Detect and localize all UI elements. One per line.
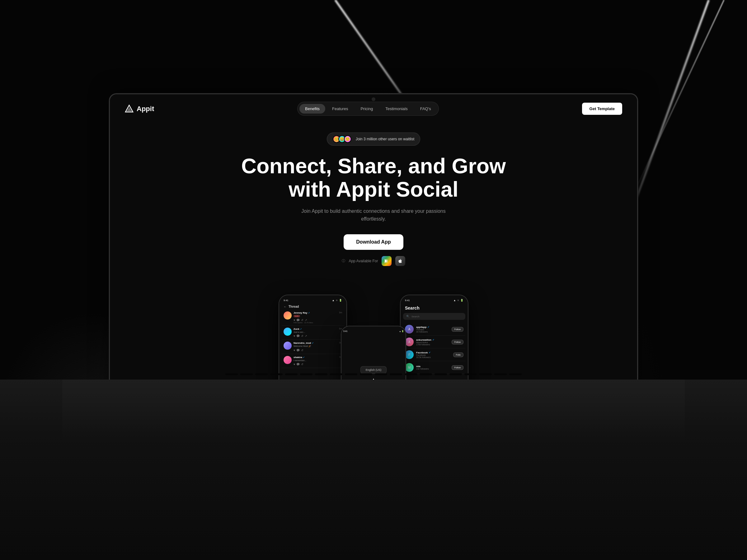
thread-name-4: shakira ✓ (293, 356, 337, 359)
result-followers-1: 30 followers (416, 331, 449, 333)
search-result-4: M mia 21k followers Follow (403, 361, 465, 374)
repost-icon: ↺ (301, 319, 304, 322)
status-bar-left: 9:41 ▲ ◾ 🔋 (282, 298, 344, 304)
search-result-3: F Facebook ✓ Facebook 30.5k followers (403, 348, 465, 361)
result-name-1: appitapp ✓ (416, 326, 449, 328)
time-left: 9:41 (284, 299, 288, 302)
result-info-3: Facebook ✓ Facebook 30.5k followers (416, 351, 451, 358)
apple-store-icon[interactable] (395, 256, 405, 266)
nav-links: Benefits Features Pricing Testimonials F… (297, 102, 439, 116)
vent-hole (464, 373, 477, 375)
search-header: Search (403, 304, 465, 313)
vent-hole (300, 373, 312, 375)
thread-item-4: shakira ✓ I remember... ♥ 💬 ↺ 3m (282, 354, 344, 368)
time-right: 9:41 (405, 299, 410, 302)
share-icon-2: ↗ (305, 335, 307, 338)
result-followers-3: 30.5k followers (416, 356, 451, 358)
comment-icon: 💬 (296, 319, 300, 322)
thread-actions-1: ♥ 💬 ↺ ↗ (293, 319, 337, 322)
google-play-icon[interactable] (382, 256, 391, 266)
time-center: 9:41 (343, 330, 348, 332)
website: Appit Benefits Features Pricing Testimon… (110, 94, 637, 425)
follow-btn-3[interactable]: Follo (453, 352, 463, 357)
app-stores: ⓘ App Available For (342, 256, 406, 266)
nav-link-faqs[interactable]: FAQ's (415, 104, 437, 113)
get-template-button[interactable]: Get Template (582, 103, 622, 115)
comment-icon-4: 💬 (296, 363, 300, 366)
thread-actions-3: ♥ 💬 ↺ (293, 349, 337, 352)
search-result-1: A appitapp ✓ Threads 30 followers Fo (403, 323, 465, 336)
heart-icon-4: ♥ (293, 363, 295, 366)
share-icon: ↗ (305, 319, 307, 322)
thread-avatar-2 (284, 328, 292, 336)
heart-icon-3: ♥ (293, 349, 295, 352)
available-for-text: App Available For (349, 259, 378, 263)
vent-hole (315, 373, 328, 375)
status-bar-center: 9:41 ▲ 🔋 (341, 329, 406, 334)
thread-name-3: Narendra_mod ✓ (293, 342, 337, 344)
result-info-4: mia 21k followers (416, 365, 449, 370)
thread-content-4: shakira ✓ I remember... ♥ 💬 ↺ (293, 356, 337, 366)
nav-link-testimonials[interactable]: Testimonials (380, 104, 413, 113)
search-placeholder: Search (411, 315, 419, 318)
thread-item-2: Zuck ✓ Just a sec... ♥ 💬 ↺ ↗ 5 (282, 326, 344, 340)
result-name-3: Facebook ✓ (416, 351, 451, 354)
thread-text-2: Just a sec... (293, 331, 337, 333)
vent-hole (240, 373, 253, 375)
hero-title-line2: with Appit Social (288, 177, 458, 201)
badge-text: Join 3 million other users on waitlist (356, 137, 415, 141)
badge-avatars: 😊 😄 🙂 (333, 135, 350, 143)
thread-item-3: Narendra_mod ✓ Welcome Modi 🎉 ♥ 💬 ↺ 3m (282, 340, 344, 354)
table-reflection (62, 379, 685, 442)
thread-avatar-3 (284, 342, 292, 350)
thread-avatar-4 (284, 356, 292, 364)
vent-hole (405, 373, 417, 375)
logo-text: Appit (137, 105, 154, 113)
waitlist-badge: 😊 😄 🙂 Join 3 million other users on wait… (327, 133, 420, 145)
thread-item-1: Jenney Ray ✓ hello ♥ 💬 ↺ ↗ 548 replies ·… (282, 310, 344, 326)
vent-hole (225, 373, 238, 375)
thread-tag-1: hello (293, 315, 300, 317)
hero-title-line1: Connect, Share, and Grow (241, 154, 506, 178)
thread-stats-1: 548 replies · 13.7k likes (293, 322, 337, 324)
result-followers-2: 170k followers (416, 344, 449, 346)
vent-hole (360, 373, 372, 375)
vent-hole (255, 373, 268, 375)
status-bar-right: 9:41 ▲ ◾ 🔋 (403, 298, 465, 304)
hero-section: 😊 😄 🙂 Join 3 million other users on wait… (110, 123, 637, 278)
thread-content-3: Narendra_mod ✓ Welcome Modi 🎉 ♥ 💬 ↺ (293, 342, 337, 352)
result-sub-2: About Ankur (416, 341, 449, 344)
thread-time-1: 3m (339, 312, 342, 324)
result-avatar-3: F (405, 350, 414, 359)
download-app-button[interactable]: Download App (344, 234, 403, 250)
search-input-bar[interactable]: 🔍 Search (403, 313, 465, 320)
thread-text-4: I remember... (293, 359, 337, 362)
vent-holes (225, 373, 522, 375)
thread-name-2: Zuck ✓ (293, 328, 337, 330)
thread-actions-2: ♥ 💬 ↺ ↗ (293, 335, 337, 338)
follow-btn-1[interactable]: Follow (452, 327, 463, 331)
result-sub-1: Threads (416, 328, 449, 331)
follow-btn-2[interactable]: Follow (452, 340, 463, 344)
signal-icons-right: ▲ ◾ 🔋 (454, 299, 463, 302)
nav-link-pricing[interactable]: Pricing (355, 104, 379, 113)
signal-icons-left: ▲ ◾ 🔋 (332, 299, 342, 302)
nav-link-benefits[interactable]: Benefits (300, 104, 325, 113)
language-selector[interactable]: English (US) (360, 366, 387, 374)
logo: Appit (125, 105, 154, 113)
logo-icon (125, 105, 133, 113)
verified-2: ✓ (432, 339, 435, 341)
vent-hole (330, 373, 342, 375)
available-for-icon: ⓘ (342, 259, 345, 263)
thread-avatar-1 (284, 312, 292, 320)
vent-hole (479, 373, 492, 375)
result-info-1: appitapp ✓ Threads 30 followers (416, 326, 449, 333)
repost-icon-3: ↺ (301, 349, 304, 352)
nav-link-features[interactable]: Features (327, 104, 354, 113)
search-icon: 🔍 (406, 315, 410, 318)
follow-btn-4[interactable]: Follow (452, 365, 463, 370)
vent-hole (494, 373, 507, 375)
result-sub-3: Facebook (416, 354, 451, 356)
vent-hole (345, 373, 357, 375)
result-avatar-2: A (405, 338, 414, 346)
